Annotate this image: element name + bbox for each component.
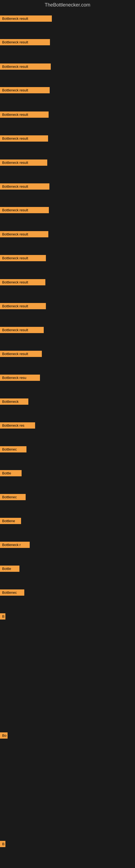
bottleneck-result-item[interactable]: Bottleneck result xyxy=(0,327,44,333)
bottleneck-result-item[interactable]: Bottleneck result xyxy=(0,207,49,213)
bottleneck-result-item[interactable]: Bottleneck result xyxy=(0,255,46,261)
bottleneck-result-item[interactable]: Bottleneck xyxy=(0,399,28,405)
bottleneck-result-item[interactable]: Bo xyxy=(0,733,8,739)
bottleneck-result-item[interactable]: B xyxy=(0,841,5,847)
bottleneck-result-item[interactable]: Bottleneck result xyxy=(0,231,48,237)
bottleneck-result-item[interactable]: Bottleneck result xyxy=(0,303,46,309)
bottleneck-result-item[interactable]: Bottleneck result xyxy=(0,112,49,118)
bottleneck-result-item[interactable]: Bottleneck result xyxy=(0,87,50,93)
bottleneck-result-item[interactable]: Bottlene xyxy=(0,518,21,524)
bottleneck-result-item[interactable]: Bottleneck result xyxy=(0,135,48,142)
bottleneck-result-item[interactable]: Bottleneck resu xyxy=(0,375,40,381)
site-title: TheBottlenecker.com xyxy=(0,0,135,10)
bottleneck-result-item[interactable]: Bottleneck res xyxy=(0,422,35,429)
bottleneck-result-item[interactable]: B xyxy=(0,613,5,620)
bottleneck-result-item[interactable]: Bottle xyxy=(0,470,21,476)
bottleneck-result-item[interactable]: Bottleneck result xyxy=(0,39,50,45)
bottleneck-result-item[interactable]: Bottleneck result xyxy=(0,16,52,22)
bottleneck-result-item[interactable]: Bottleneck result xyxy=(0,63,51,70)
bottleneck-result-item[interactable]: Bottleneck result xyxy=(0,183,49,190)
bottleneck-result-item[interactable]: Bottle xyxy=(0,565,19,572)
bottleneck-result-item[interactable]: Bottleneck r xyxy=(0,542,30,548)
bottleneck-result-item[interactable]: Bottlenec xyxy=(0,494,26,500)
bottleneck-result-item[interactable]: Bottleneck result xyxy=(0,159,47,166)
bottleneck-result-item[interactable]: Bottleneck result xyxy=(0,279,45,285)
bottleneck-result-item[interactable]: Bottlenec xyxy=(0,446,27,453)
bottleneck-result-item[interactable]: Bottleneck result xyxy=(0,351,42,357)
bottleneck-result-item[interactable]: Bottlenec xyxy=(0,589,24,596)
